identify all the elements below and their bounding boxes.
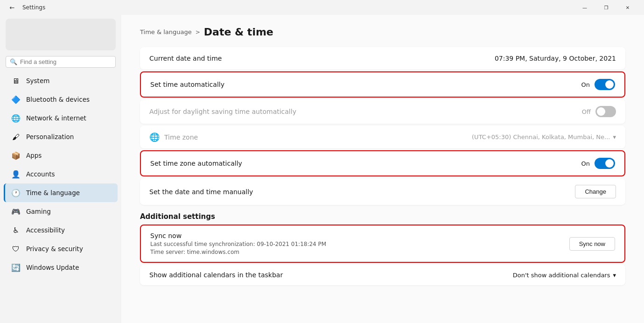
breadcrumb-parent[interactable]: Time & language <box>140 28 192 35</box>
sidebar-item-apps[interactable]: 📦 Apps <box>4 146 118 165</box>
sidebar-item-label: System <box>26 77 49 84</box>
back-button[interactable]: ← <box>6 1 19 14</box>
sidebar-item-label: Personalization <box>26 133 74 140</box>
search-input[interactable] <box>20 58 112 65</box>
change-button[interactable]: Change <box>575 185 616 198</box>
gaming-icon: 🎮 <box>11 207 21 216</box>
timezone-value: (UTC+05:30) Chennai, Kolkata, Mumbai, Ne… <box>472 133 610 140</box>
network-icon: 🌐 <box>11 113 21 123</box>
sidebar-item-label: Privacy & security <box>26 245 83 253</box>
update-icon: 🔄 <box>11 263 21 272</box>
daylight-saving-row: Adjust for daylight saving time automati… <box>140 99 625 124</box>
sync-now-row: Sync now Last successful time synchroniz… <box>141 225 624 262</box>
toggle-thumb <box>597 107 605 116</box>
time-language-icon: 🕐 <box>11 188 21 197</box>
current-datetime-value: 07:39 PM, Saturday, 9 October, 2021 <box>495 55 616 62</box>
calendars-value: Don't show additional calendars <box>513 272 610 279</box>
sidebar-item-label: Time & language <box>26 189 80 197</box>
search-box[interactable]: 🔍 <box>6 56 116 68</box>
set-time-auto-label: Set time automatically <box>150 81 224 88</box>
sidebar-item-network[interactable]: 🌐 Network & internet <box>4 109 118 127</box>
titlebar: ← Settings — ❐ ✕ <box>0 0 644 15</box>
daylight-saving-toggle[interactable] <box>595 106 616 117</box>
sidebar-item-windows-update[interactable]: 🔄 Windows Update <box>4 258 118 277</box>
timezone-left: 🌐 Time zone <box>149 132 198 142</box>
timezone-label: Time zone <box>164 133 198 141</box>
current-datetime-label: Current date and time <box>149 55 222 62</box>
set-timezone-auto-status: On <box>581 160 590 167</box>
chevron-down-icon: ▾ <box>613 272 616 279</box>
sidebar-item-personalization[interactable]: 🖌 Personalization <box>4 127 118 146</box>
timezone-row: 🌐 Time zone (UTC+05:30) Chennai, Kolkata… <box>140 126 625 148</box>
personalization-icon: 🖌 <box>11 132 21 141</box>
sidebar-item-accessibility[interactable]: ♿ Accessibility <box>4 221 118 239</box>
sidebar-item-label: Apps <box>26 152 42 159</box>
daylight-saving-label: Adjust for daylight saving time automati… <box>149 108 296 115</box>
set-timezone-auto-label: Set time zone automatically <box>150 160 242 167</box>
toggle-thumb <box>605 159 614 168</box>
sidebar-item-label: Network & internet <box>26 114 86 122</box>
timezone-card: 🌐 Time zone (UTC+05:30) Chennai, Kolkata… <box>140 126 625 148</box>
sidebar-item-label: Windows Update <box>26 264 79 271</box>
sidebar-item-label: Bluetooth & devices <box>26 96 90 103</box>
calendars-dropdown[interactable]: Don't show additional calendars ▾ <box>513 272 616 279</box>
set-time-auto-controls: On <box>581 79 615 90</box>
sidebar-item-label: Gaming <box>26 208 51 215</box>
daylight-saving-controls: Off <box>582 106 616 117</box>
set-time-auto-toggle[interactable] <box>595 79 615 90</box>
set-timezone-auto-toggle[interactable] <box>595 158 615 169</box>
breadcrumb-separator: > <box>196 29 200 35</box>
sidebar-item-label: Accessibility <box>26 226 65 234</box>
set-date-manual-label: Set the date and time manually <box>149 188 253 196</box>
app-container: 🔍 🖥 System 🔷 Bluetooth & devices 🌐 Netwo… <box>0 15 644 323</box>
chevron-down-icon: ▾ <box>613 133 616 140</box>
titlebar-controls: — ❐ ✕ <box>574 0 638 15</box>
sync-info: Sync now Last successful time synchroniz… <box>150 232 326 255</box>
timezone-globe-icon: 🌐 <box>149 132 160 142</box>
bluetooth-icon: 🔷 <box>11 95 21 104</box>
timezone-select[interactable]: (UTC+05:30) Chennai, Kolkata, Mumbai, Ne… <box>472 133 616 140</box>
current-datetime-row: Current date and time 07:39 PM, Saturday… <box>140 47 625 70</box>
sidebar-item-bluetooth[interactable]: 🔷 Bluetooth & devices <box>4 90 118 109</box>
set-timezone-auto-row: Set time zone automatically On <box>141 151 624 176</box>
sync-last-success: Last successful time synchronization: 09… <box>150 241 326 247</box>
apps-icon: 📦 <box>11 151 21 160</box>
search-icon: 🔍 <box>10 58 17 65</box>
sidebar-item-privacy-security[interactable]: 🛡 Privacy & security <box>4 239 118 258</box>
minimize-button[interactable]: — <box>574 0 595 15</box>
set-time-auto-card: Set time automatically On <box>140 71 625 98</box>
toggle-thumb <box>605 80 614 89</box>
sidebar-item-label: Accounts <box>26 170 55 178</box>
show-calendars-card: Show additional calendars in the taskbar… <box>140 265 625 285</box>
sidebar: 🔍 🖥 System 🔷 Bluetooth & devices 🌐 Netwo… <box>0 15 121 323</box>
breadcrumb: Time & language > Date & time <box>140 26 625 38</box>
accessibility-icon: ♿ <box>11 225 21 235</box>
sync-now-card: Sync now Last successful time synchroniz… <box>140 225 625 263</box>
daylight-saving-card: Adjust for daylight saving time automati… <box>140 99 625 124</box>
close-button[interactable]: ✕ <box>617 0 638 15</box>
accounts-icon: 👤 <box>11 169 21 179</box>
sync-now-button[interactable]: Sync now <box>569 237 615 251</box>
daylight-saving-status: Off <box>582 108 591 115</box>
page-title: Date & time <box>204 26 273 38</box>
set-date-manual-card: Set the date and time manually Change <box>140 178 625 205</box>
user-avatar <box>6 19 116 50</box>
set-timezone-auto-controls: On <box>581 158 615 169</box>
privacy-icon: 🛡 <box>11 244 21 253</box>
sidebar-item-time-language[interactable]: 🕐 Time & language <box>4 183 118 202</box>
main-content: Time & language > Date & time Current da… <box>121 15 644 323</box>
titlebar-title: Settings <box>22 4 45 11</box>
sidebar-item-accounts[interactable]: 👤 Accounts <box>4 165 118 183</box>
set-date-manual-row: Set the date and time manually Change <box>140 178 625 205</box>
maximize-button[interactable]: ❐ <box>595 0 617 15</box>
sidebar-item-gaming[interactable]: 🎮 Gaming <box>4 202 118 221</box>
set-timezone-auto-card: Set time zone automatically On <box>140 150 625 176</box>
set-time-auto-status: On <box>581 81 590 88</box>
sync-now-title: Sync now <box>150 232 326 239</box>
show-calendars-row: Show additional calendars in the taskbar… <box>140 265 625 285</box>
show-calendars-label: Show additional calendars in the taskbar <box>149 271 283 279</box>
sync-time-server: Time server: time.windows.com <box>150 249 326 255</box>
sidebar-item-system[interactable]: 🖥 System <box>4 71 118 90</box>
set-time-auto-row: Set time automatically On <box>141 72 624 97</box>
system-icon: 🖥 <box>11 76 21 85</box>
